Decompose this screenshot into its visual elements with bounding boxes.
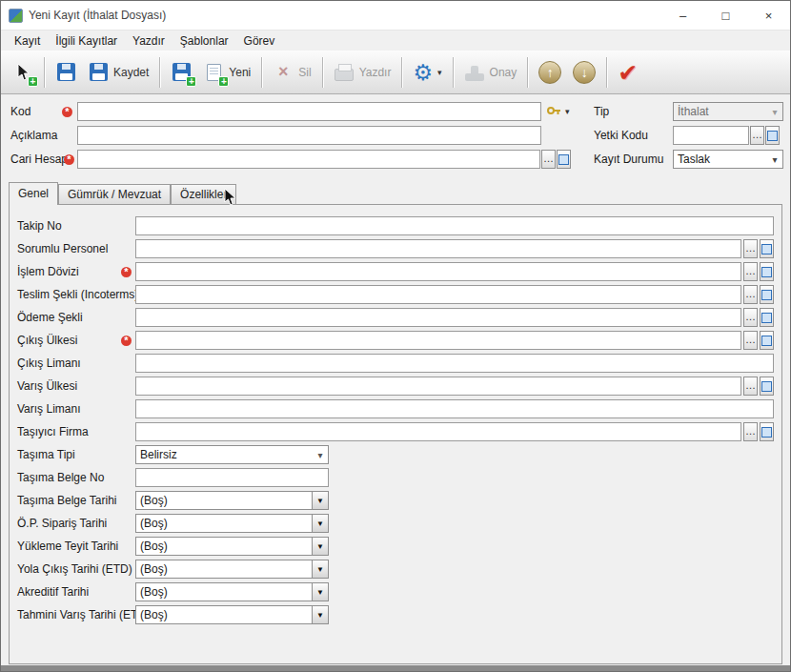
field-row-tasima-belge-no: Taşıma Belge No [10,468,781,487]
plus-badge-icon [186,76,196,87]
varis-ulkesi-lookup-button[interactable]: … [743,377,758,396]
sorumlu-personel-lookup-button[interactable]: … [743,239,758,258]
field-row-tasiyici-firma: Taşıyıcı Firma … [10,422,781,441]
field-row-yukleme-teyit-tarihi: Yükleme Teyit Tarihi (Boş) ▼ [10,537,781,556]
aciklama-input[interactable] [77,126,541,145]
tasiyici-firma-lookup-button[interactable]: … [743,422,758,441]
cikis-ulkesi-label: Çıkış Ülkesi [10,334,116,347]
akreditif-tarihi-value: (Boş) [136,585,312,599]
cikis-ulkesi-lookup-button[interactable]: … [743,331,758,350]
maximize-button[interactable]: □ [704,1,747,30]
dropdown-arrow-icon: ▼ [312,583,328,601]
previous-record-button[interactable]: ↑ [533,57,567,88]
kayit-durumu-value: Taslak [674,153,767,166]
kod-input[interactable] [77,102,541,121]
save-button[interactable] [50,58,82,87]
yola-cikis-tarihi-value: (Boş) [136,562,312,576]
varis-limani-input[interactable] [135,399,774,418]
cari-hesap-input[interactable] [77,150,540,169]
tasima-tipi-label: Taşıma Tipi [10,448,116,461]
save-close-icon [88,62,109,83]
key-icon[interactable] [546,104,562,121]
tasiyici-firma-input[interactable] [135,422,741,441]
op-siparis-tarihi-datepicker[interactable]: (Boş) ▼ [135,514,329,533]
islem-dovizi-lookup-button[interactable]: … [743,262,758,281]
takip-no-input[interactable] [135,216,774,235]
next-record-button[interactable]: ↓ [567,57,601,88]
field-row-sorumlu-personel: Sorumlu Personel … [10,239,781,258]
field-row-cikis-limani: Çıkış Limanı [10,354,781,373]
tab-gumruk-mevzuat[interactable]: Gümrük / Mevzuat [58,184,171,204]
minimize-icon: – [679,9,686,23]
confirm-button[interactable]: ✔ [612,57,643,88]
new-button[interactable]: Yeni [197,58,256,87]
tab-ozellikler[interactable]: Özellikler [171,184,236,204]
cari-hesap-lookup-button[interactable]: … [541,150,556,169]
save-new-button[interactable] [165,58,197,87]
toolbar-separator [44,57,45,88]
varis-ulkesi-input[interactable] [135,377,741,396]
varis-ulkesi-view-button[interactable] [760,377,774,396]
sorumlu-personel-input[interactable] [135,239,741,258]
cikis-limani-input[interactable] [135,354,774,373]
tasiyici-firma-view-button[interactable] [760,422,774,441]
tasima-belge-no-label: Taşıma Belge No [10,471,116,484]
menu-gorev[interactable]: Görev [236,31,283,51]
menu-ilgili-kayitlar[interactable]: İlgili Kayıtlar [48,31,125,51]
tahmini-varis-tarihi-value: (Boş) [136,608,312,621]
yetki-kodu-input[interactable] [673,126,749,145]
toolbar-separator [453,57,454,88]
tip-value: İthalat [674,105,767,118]
menu-sablonlar[interactable]: Şablonlar [172,31,236,51]
teslim-sekli-input[interactable] [135,285,741,304]
yetki-kodu-lookup-button[interactable]: … [750,126,764,145]
yukleme-teyit-tarihi-datepicker[interactable]: (Boş) ▼ [135,537,329,556]
odeme-sekli-lookup-button[interactable]: … [743,308,758,327]
settings-button[interactable]: ⚙ ▾ [407,58,447,87]
op-siparis-tarihi-label: Ö.P. Sipariş Tarihi [10,517,116,530]
kod-dropdown-icon[interactable]: ▾ [565,107,570,116]
row-aciklama: Açıklama Yetki Kodu … [1,126,790,145]
required-icon [62,107,72,117]
tab-strip: Genel Gümrük / Mevzuat Özellikler [9,182,782,204]
tasiyici-firma-label: Taşıyıcı Firma [10,425,116,438]
tab-genel[interactable]: Genel [9,182,58,204]
close-button[interactable]: × [747,1,790,30]
islem-dovizi-input[interactable] [135,262,741,281]
toolbar-separator [159,57,160,88]
takip-no-label: Takip No [10,219,116,233]
odeme-sekli-input[interactable] [135,308,741,327]
field-row-tasima-tipi: Taşıma Tipi Belirsiz ▾ [10,445,781,464]
cikis-ulkesi-view-button[interactable] [760,331,774,350]
sorumlu-personel-label: Sorumlu Personel [10,242,116,255]
cari-hesap-view-button[interactable] [557,150,571,169]
tasima-tipi-combobox[interactable]: Belirsiz ▾ [135,445,329,464]
toolbar-separator [606,57,607,88]
kayit-durumu-label: Kayıt Durumu [594,153,663,166]
teslim-sekli-view-button[interactable] [760,285,774,304]
save-close-button[interactable]: Kaydet [82,58,154,87]
menu-kayit[interactable]: Kayıt [7,31,48,51]
cikis-ulkesi-input[interactable] [135,331,741,350]
dropdown-arrow-icon: ▼ [312,538,328,555]
yola-cikis-tarihi-datepicker[interactable]: (Boş) ▼ [135,560,329,579]
akreditif-tarihi-datepicker[interactable]: (Boş) ▼ [135,582,329,601]
islem-dovizi-view-button[interactable] [760,262,774,281]
approve-label: Onay [490,66,517,79]
tahmini-varis-tarihi-datepicker[interactable]: (Boş) ▼ [135,605,329,624]
odeme-sekli-view-button[interactable] [760,308,774,327]
kayit-durumu-combobox[interactable]: Taslak ▾ [673,150,783,169]
minimize-button[interactable]: – [661,1,704,30]
tasima-belge-no-input[interactable] [135,468,329,487]
yetki-kodu-view-button[interactable] [765,126,780,145]
field-row-odeme-sekli: Ödeme Şekli … [10,308,781,327]
kod-label: Kod [10,105,30,118]
teslim-sekli-lookup-button[interactable]: … [743,285,758,304]
toolbar-separator [261,57,262,88]
new-record-button[interactable] [7,58,39,87]
tip-label: Tip [594,105,609,118]
field-row-varis-ulkesi: Varış Ülkesi … [10,377,781,396]
tasima-belge-tarihi-datepicker[interactable]: (Boş) ▼ [135,491,329,510]
menu-yazdir[interactable]: Yazdır [125,31,172,51]
sorumlu-personel-view-button[interactable] [760,239,774,258]
